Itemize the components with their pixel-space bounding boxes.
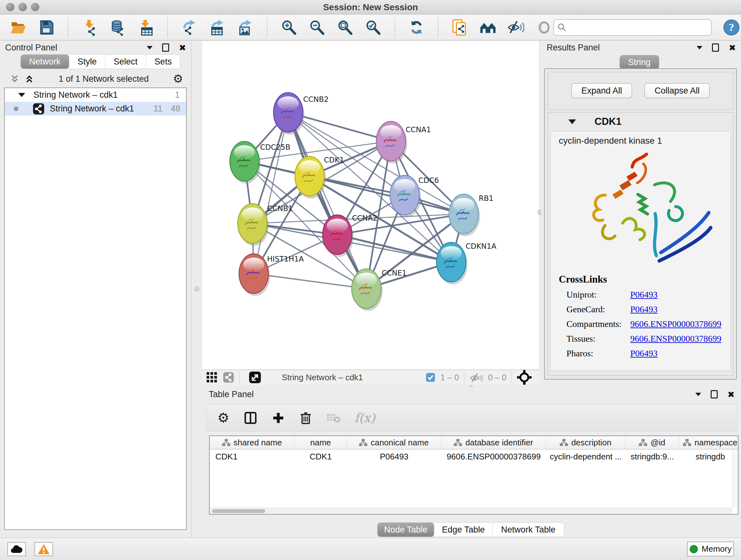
- crosslink-pharos-link[interactable]: P06493: [630, 348, 658, 359]
- zoom-out-button[interactable]: [308, 17, 326, 37]
- results-menu-icon[interactable]: [697, 46, 702, 50]
- close-panel-icon[interactable]: ✖: [179, 44, 186, 52]
- zoom-selected-button[interactable]: [364, 17, 382, 37]
- table-close-icon[interactable]: ✖: [727, 390, 735, 399]
- network-collection-row[interactable]: String Network – cdk1 1: [5, 88, 186, 102]
- tab-string[interactable]: String: [620, 55, 659, 69]
- column-header-database-identifier[interactable]: database identifier: [441, 436, 546, 449]
- tab-style[interactable]: Style: [69, 55, 105, 69]
- inactive-sphere-button[interactable]: [535, 17, 553, 37]
- export-image-button[interactable]: [236, 17, 255, 37]
- crosslink-tissues-link[interactable]: 9606.ENSP00000378699: [630, 334, 721, 344]
- network-from-clipboard-button[interactable]: [451, 17, 469, 37]
- column-header-canonical-name[interactable]: canonical name: [347, 436, 441, 449]
- network-canvas[interactable]: CCNB2CCNA1CDC25BCDK1CDC6RB1CCNB1CCNA2CDK…: [202, 41, 539, 369]
- warning-button[interactable]: [35, 542, 53, 556]
- tab-network-table[interactable]: Network Table: [493, 523, 564, 537]
- tab-select[interactable]: Select: [105, 55, 146, 69]
- search-input[interactable]: [553, 19, 712, 36]
- zoom-traffic-light[interactable]: [31, 3, 39, 11]
- left-splitter-handle[interactable]: [194, 287, 199, 292]
- gene-entry-header[interactable]: CDK1: [548, 112, 733, 131]
- node-HIST1H1A[interactable]: HIST1H1A: [239, 254, 304, 296]
- expand-all-tree-icon[interactable]: [24, 74, 35, 84]
- crosslink-compartments-link[interactable]: 9606.ENSP00000378699: [630, 319, 721, 329]
- collapse-all-tree-icon[interactable]: [10, 74, 20, 84]
- column-header-shared-name[interactable]: shared name: [210, 436, 294, 449]
- node-CDKN1A[interactable]: CDKN1A: [436, 242, 496, 285]
- table-menu-icon[interactable]: [695, 393, 701, 396]
- import-network-from-database-icon: [110, 19, 126, 36]
- node-CDC6[interactable]: CDC6: [390, 175, 439, 217]
- table-row[interactable]: CDK1CDK1P064939606.ENSP00000378699cyclin…: [210, 449, 738, 463]
- import-table-from-file-button[interactable]: [137, 17, 155, 37]
- show-columns-icon[interactable]: [244, 411, 258, 425]
- column-header-namespace[interactable]: namespace: [679, 436, 738, 449]
- export-network-button[interactable]: [180, 17, 199, 37]
- export-table-button[interactable]: [208, 17, 226, 37]
- table-float-icon[interactable]: [711, 390, 718, 398]
- column-header-id[interactable]: @id: [625, 436, 679, 449]
- edge-CCNB2-HIST1H1A[interactable]: [254, 112, 288, 273]
- node-CCNE1[interactable]: CCNE1: [352, 269, 407, 311]
- help-button[interactable]: ?: [723, 18, 740, 37]
- hidden-eye-slash-icon[interactable]: [469, 372, 483, 383]
- node-table: shared namenamecanonical namedatabase id…: [209, 435, 738, 515]
- open-session-button[interactable]: [9, 17, 27, 37]
- edge-CCNA2-CDKN1A[interactable]: [337, 235, 451, 262]
- table-vertical-scrollbar[interactable]: [732, 449, 738, 508]
- node-label-CDKN1A: CDKN1A: [466, 242, 496, 250]
- birds-eye-crosshair-icon[interactable]: [517, 370, 532, 385]
- status-bar: Memory: [0, 538, 741, 560]
- save-session-button[interactable]: [37, 17, 56, 37]
- expand-all-button[interactable]: Expand All: [571, 83, 632, 98]
- network-share-gray-icon[interactable]: [223, 372, 234, 383]
- memory-button[interactable]: Memory: [687, 542, 734, 557]
- gene-entry: CDK1 cyclin-dependent kinase 1: [548, 112, 733, 376]
- node-CCNA2[interactable]: CCNA2: [323, 214, 378, 257]
- delete-trash-icon[interactable]: [299, 411, 313, 425]
- import-network-from-file-button[interactable]: [80, 17, 99, 37]
- column-header-description[interactable]: description: [546, 436, 625, 449]
- string-home-icon: [480, 19, 496, 36]
- apply-layout-button[interactable]: [407, 17, 426, 37]
- column-header-name[interactable]: name: [294, 436, 347, 449]
- tab-network[interactable]: Network: [21, 55, 69, 69]
- cloud-button[interactable]: [7, 542, 26, 556]
- table-settings-gear-icon[interactable]: ⚙: [217, 411, 229, 425]
- network-selected-status: 1 of 1 Network selected: [35, 74, 173, 84]
- collapse-all-button[interactable]: Collapse All: [644, 83, 710, 98]
- node-CCNA1[interactable]: CCNA1: [376, 121, 431, 164]
- scrollbar-thumb[interactable]: [212, 509, 265, 513]
- detach-view-icon[interactable]: [249, 371, 261, 384]
- gear-icon[interactable]: ⚙: [173, 73, 183, 84]
- edge-HIST1H1A-CCNE1[interactable]: [254, 273, 366, 289]
- zoom-in-button[interactable]: [280, 17, 298, 37]
- minimize-traffic-light[interactable]: [18, 3, 27, 11]
- add-column-plus-icon[interactable]: [272, 411, 285, 425]
- tab-node-table[interactable]: Node Table: [378, 523, 434, 537]
- panel-menu-icon[interactable]: [147, 46, 152, 50]
- gene-collapse-icon[interactable]: [568, 119, 576, 124]
- tab-edge-table[interactable]: Edge Table: [434, 523, 493, 537]
- crosslink-uniprot-link[interactable]: P06493: [630, 290, 658, 300]
- hide-glass-button[interactable]: [507, 17, 525, 37]
- tab-sets[interactable]: Sets: [146, 55, 180, 69]
- table-horizontal-scrollbar[interactable]: [210, 508, 732, 514]
- results-close-icon[interactable]: ✖: [729, 44, 736, 52]
- import-network-from-database-button[interactable]: [109, 17, 127, 37]
- grid-view-icon[interactable]: [206, 372, 218, 383]
- string-home-button[interactable]: [479, 17, 497, 37]
- collection-collapse-icon[interactable]: [18, 93, 25, 97]
- results-float-icon[interactable]: [712, 44, 719, 52]
- tree-column-icon: [359, 439, 367, 446]
- network-row[interactable]: String Network – cdk1 11 48: [5, 102, 186, 116]
- selected-checkbox-icon[interactable]: [426, 373, 435, 382]
- zoom-fit-button[interactable]: [336, 17, 354, 37]
- close-traffic-light[interactable]: [6, 3, 14, 11]
- node-CCNB1[interactable]: CCNB1: [238, 204, 293, 246]
- float-panel-icon[interactable]: [162, 44, 169, 52]
- crosslink-genecard-link[interactable]: P06493: [630, 304, 658, 314]
- node-RB1[interactable]: RB1: [449, 194, 493, 236]
- node-CCNB2[interactable]: CCNB2: [273, 92, 329, 135]
